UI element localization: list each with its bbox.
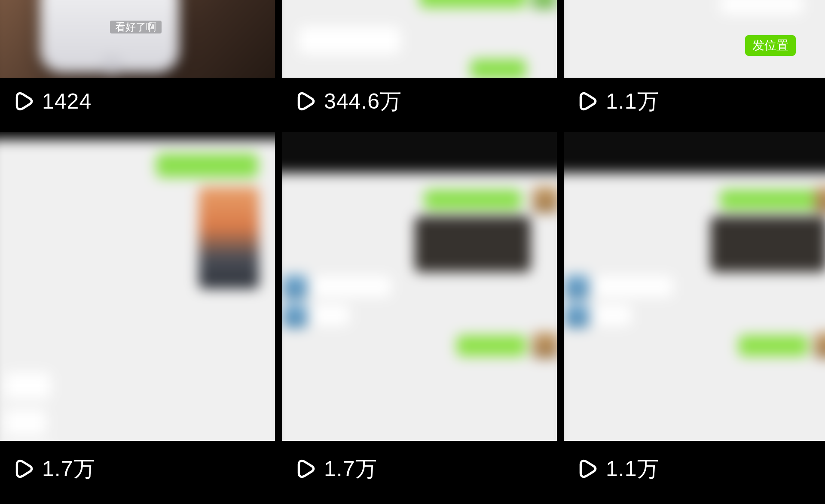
view-count-overlay: 1424 [0, 78, 275, 125]
play-icon [13, 91, 34, 112]
view-count: 1.1万 [606, 455, 659, 483]
view-count: 1.7万 [324, 455, 377, 483]
video-thumb[interactable]: 看好了啊 1424 [0, 0, 275, 125]
view-count-overlay: 1.1万 [564, 78, 825, 125]
play-icon [295, 458, 316, 480]
view-count-overlay: 344.6万 [282, 78, 557, 125]
view-count-overlay: 1.7万 [0, 441, 275, 497]
view-count-overlay: 1.7万 [282, 441, 557, 497]
play-icon [577, 458, 598, 480]
view-count: 344.6万 [324, 87, 402, 116]
view-count: 1424 [42, 89, 92, 114]
video-thumb[interactable]: 发位置 1.1万 [564, 0, 825, 125]
stage: 看好了啊 1424 [0, 0, 825, 504]
video-grid: 看好了啊 1424 [0, 0, 825, 504]
view-count-overlay: 1.1万 [564, 441, 825, 497]
play-icon [13, 458, 34, 480]
view-count: 1.1万 [606, 87, 659, 116]
video-thumb[interactable]: 1.7万 [282, 132, 557, 497]
video-thumb[interactable]: 1.1万 [564, 132, 825, 497]
video-thumb[interactable]: 1.7万 [0, 132, 275, 497]
play-icon [577, 91, 598, 112]
play-icon [295, 91, 316, 112]
video-thumb[interactable]: 344.6万 [282, 0, 557, 125]
view-count: 1.7万 [42, 455, 95, 483]
